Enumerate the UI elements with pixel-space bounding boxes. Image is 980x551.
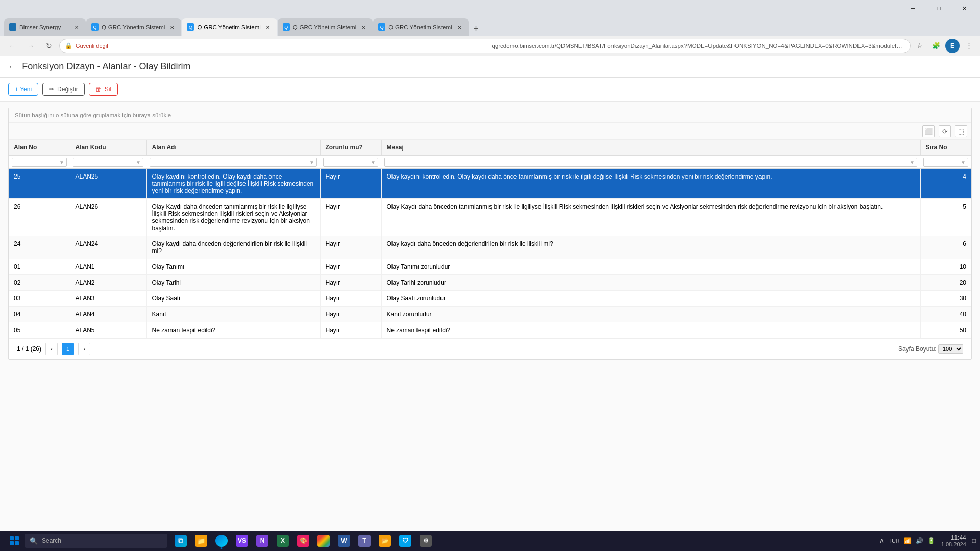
tab-qgrc-2[interactable]: Q Q-GRC Yönetim Sistemi ✕ [86,18,181,36]
next-page-button[interactable]: › [78,343,90,355]
tab-qgrc-3-active[interactable]: Q Q-GRC Yönetim Sistemi ✕ [182,18,277,36]
page-size-select[interactable]: 100 50 25 [938,344,963,354]
table-row[interactable]: 25ALAN25Olay kaydını kontrol edin. Olay … [9,169,971,199]
cell-alan_adi: Olay Tarihi [146,275,320,291]
wifi-icon[interactable]: 📶 [904,537,912,544]
back-button[interactable]: ← [4,38,20,54]
taskbar-app-file-explorer[interactable]: 📁 [192,532,210,550]
edit-button[interactable]: ✏ Değiştir [42,83,85,96]
cell-mesaj: Olay Kaydı daha önceden tanımlanmış bir … [381,199,920,236]
language-indicator: TUR [888,538,900,544]
taskbar-app-paint[interactable]: 🎨 [294,532,312,550]
table-row[interactable]: 24ALAN24Olay kaydı daha önceden değerlen… [9,236,971,259]
tab-close-button[interactable]: ✕ [168,23,176,31]
cell-sira_no: 6 [920,236,971,259]
filter-mesaj-input[interactable] [387,159,909,165]
taskbar-app-shield[interactable]: 🛡 [396,532,414,550]
refresh-tool-button[interactable]: ⟳ [939,125,951,137]
cell-alan_kodu: ALAN24 [70,236,146,259]
taskbar-app-word[interactable]: W [335,532,353,550]
chevron-up-icon[interactable]: ∧ [879,537,884,544]
volume-icon[interactable]: 🔊 [916,537,923,544]
cell-alan_adi: Olay kaydı daha önceden değerlendirilen … [146,236,320,259]
group-hint-text: Sütun başlığını o sütuna göre gruplamak … [15,112,171,118]
profile-button[interactable]: E [945,39,960,53]
cell-alan_no: 04 [9,307,70,322]
taskbar-app-vs[interactable]: VS [233,532,251,550]
filter-alan-kodu-input[interactable] [76,159,135,165]
new-button[interactable]: + Yeni [8,83,38,96]
filter-alan-no-input[interactable] [14,159,58,165]
cell-alan_no: 03 [9,291,70,307]
table-row[interactable]: 04ALAN4KanıtHayırKanıt zorunludur40 [9,307,971,322]
filter-zorunlu-input[interactable] [326,159,370,165]
taskbar-app-excel[interactable]: X [274,532,292,550]
delete-button[interactable]: 🗑 Sil [89,83,118,96]
data-table: Alan No Alan Kodu Alan Adı Zorunlu mu? M [9,140,971,338]
close-button[interactable]: ✕ [952,0,976,16]
tab-label: Q-GRC Yönetim Sistemi [102,24,165,30]
current-page-button[interactable]: 1 [62,343,74,355]
tab-qgrc-4[interactable]: Q Q-GRC Yönetim Sistemi ✕ [278,18,373,36]
tab-close-button[interactable]: ✕ [359,23,368,31]
tab-bimser-synergy[interactable]: Bimser Synergy ✕ [4,18,86,36]
url-text: qgrcdemo.bimser.com.tr/QDMSNET/BSAT/Fonk… [492,43,905,49]
forward-button[interactable]: → [22,38,39,54]
taskbar-app-edge[interactable] [212,532,231,550]
reload-button[interactable]: ↻ [41,38,57,54]
bookmark-star-button[interactable]: ☆ [913,39,927,53]
extensions-button[interactable]: 🧩 [929,39,943,53]
maximize-button[interactable]: □ [927,0,950,16]
grid-toolbar: ⬜ ⟳ ⬚ [9,123,971,140]
app-active-dot [221,547,223,549]
export-tool-button[interactable]: ⬚ [955,125,967,137]
start-button[interactable] [4,531,24,551]
tab-close-button[interactable]: ✕ [72,23,81,31]
tab-label: Bimser Synergy [19,24,69,30]
address-bar[interactable]: 🔒 Güvenli değil qgrcdemo.bimser.com.tr/Q… [59,39,911,53]
taskbar-app-widgets[interactable]: ⧉ [172,532,190,550]
table-row[interactable]: 05ALAN5Ne zaman tespit edildi?HayırNe za… [9,322,971,338]
minimize-button[interactable]: ─ [901,0,925,16]
settings-icon: ⚙ [420,535,432,547]
cell-mesaj: Olay Tanımı zorunludur [381,259,920,275]
shield-icon: 🛡 [399,535,411,547]
edit-icon: ✏ [49,86,54,93]
table-row[interactable]: 26ALAN26Olay Kaydı daha önceden tanımlan… [9,199,971,236]
filter-funnel-icon: ▼ [309,160,314,165]
cell-alan_no: 02 [9,275,70,291]
tab-close-button[interactable]: ✕ [455,23,463,31]
tab-qgrc-5[interactable]: Q Q-GRC Yönetim Sistemi ✕ [373,18,468,36]
grid-wrapper: Sütun başlığını o sütuna göre gruplamak … [8,108,972,360]
cell-alan_adi: Olay Saati [146,291,320,307]
taskbar-app-settings[interactable]: ⚙ [416,532,435,550]
delete-label: Sil [105,86,111,93]
clock-time: 11:44 [941,534,966,541]
taskbar-search[interactable]: 🔍 Search [24,534,167,548]
taskbar-app-fileexplorer2[interactable]: 📂 [376,532,394,550]
table-row[interactable]: 02ALAN2Olay TarihiHayırOlay Tarihi zorun… [9,275,971,291]
taskbar-app-onenote[interactable]: N [253,532,272,550]
cell-alan_no: 01 [9,259,70,275]
filter-sira-no-input[interactable] [926,159,960,165]
delete-icon: 🗑 [95,86,102,93]
tab-close-button[interactable]: ✕ [264,23,272,31]
back-nav-button[interactable]: ← [8,62,16,71]
table-row[interactable]: 01ALAN1Olay TanımıHayırOlay Tanımı zorun… [9,259,971,275]
filter-tool-button[interactable]: ⬜ [922,125,935,137]
title-bar: ─ □ ✕ [0,0,980,16]
col-alan-adi: Alan Adı [146,140,320,156]
file-explorer-icon: 📁 [195,535,207,547]
new-tab-button[interactable]: + [469,21,483,36]
prev-page-button[interactable]: ‹ [45,343,58,355]
battery-icon[interactable]: 🔋 [927,537,935,544]
filter-alan-adi-input[interactable] [152,159,308,165]
col-alan-no: Alan No [9,140,70,156]
app-header: ← Fonksiyon Dizayn - Alanlar - Olay Bild… [0,56,980,78]
notification-icon[interactable]: □ [972,537,976,544]
taskbar-app-teams[interactable]: T [355,532,374,550]
taskbar-app-chrome[interactable] [314,532,333,550]
menu-button[interactable]: ⋮ [962,39,976,53]
filter-funnel-icon: ▼ [371,160,376,165]
table-row[interactable]: 03ALAN3Olay SaatiHayırOlay Saati zorunlu… [9,291,971,307]
